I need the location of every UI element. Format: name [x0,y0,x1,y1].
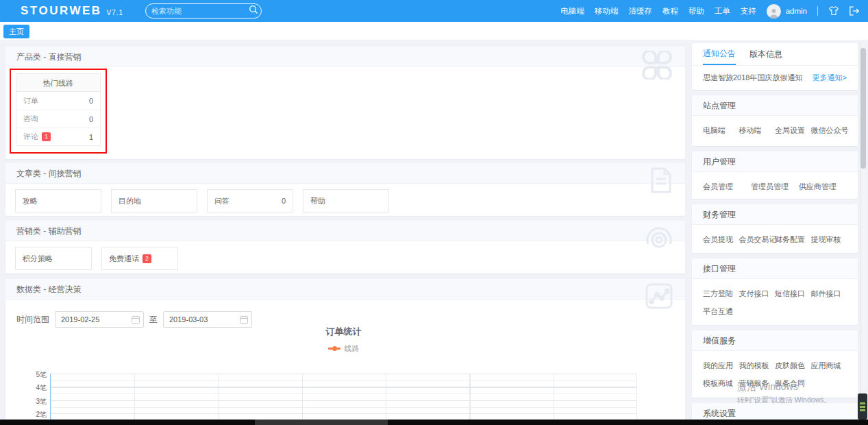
top-navigation: 电脑端 移动端 清缓存 教程 帮助 工单 支持 admin [560,4,868,19]
nav-support[interactable]: 支持 [741,6,756,16]
group-site-management: 站点管理 电脑端 移动端 全局设置 微信公众号 [692,95,858,146]
group-items: 我的应用 我的模板 皮肤颜色 应用商城 模板商城 营销服务 服务合同 [692,351,858,395]
group-title: 财务管理 [692,204,858,225]
group-title: 增值服务 [692,330,858,351]
link-admin-mgmt[interactable]: 管理员管理 [751,178,799,195]
tab-version-info[interactable]: 版本信息 [749,43,782,65]
item-help[interactable]: 帮助 [303,189,389,212]
group-title: 接口管理 [692,258,858,279]
app-logo: STOURWEB [21,4,102,18]
item-free-call[interactable]: 免费通话 2 [101,247,178,270]
nav-ticket[interactable]: 工单 [715,6,730,16]
link-pc[interactable]: 电脑端 [703,121,739,139]
hot-route-row-orders[interactable]: 订单 0 [16,92,100,110]
link-mobile[interactable]: 移动端 [739,121,776,139]
item-qa[interactable]: 问答 0 [207,189,293,212]
link-my-templates[interactable]: 我的模板 [739,356,776,374]
link-withdraw-review[interactable]: 提现审核 [811,230,847,248]
link-wechat-official[interactable]: 微信公众号 [811,121,847,139]
group-items: 电脑端 移动端 全局设置 微信公众号 [692,116,858,142]
target-radar-icon [645,225,673,255]
link-service-contract[interactable]: 服务合同 [775,374,811,392]
chart-plot-area [50,374,637,425]
clover-icon [641,51,673,82]
card-title: 营销类 - 辅助营销 [5,221,685,241]
nav-clear-cache[interactable]: 清缓存 [628,6,652,16]
search-input[interactable] [151,7,249,15]
card-article-indirect-marketing: 文章类 - 间接营销 攻略 目的地 问答 0 帮助 [5,163,685,216]
global-search[interactable] [145,3,262,19]
link-supplier-mgmt[interactable]: 供应商管理 [799,178,847,195]
link-marketing-services[interactable]: 营销服务 [739,374,776,392]
user-avatar[interactable] [767,4,781,19]
item-destinations[interactable]: 目的地 [111,189,197,212]
document-icon [649,167,673,196]
hot-route-row-inquiries[interactable]: 咨询 0 [16,110,100,127]
link-email-api[interactable]: 邮件接口 [811,284,847,302]
chart-title: 订单统计 [50,326,637,338]
notice-tabs: 通知公告 版本信息 [692,43,858,66]
link-global-settings[interactable]: 全局设置 [775,121,811,139]
group-items: 三方登陆 支付接口 短信接口 邮件接口 平台互通 [692,279,858,323]
link-template-store[interactable]: 模板商城 [703,374,739,392]
link-member-withdraw[interactable]: 会员提现 [703,230,739,248]
nav-pc[interactable]: 电脑端 [560,6,584,16]
date-to-label: 至 [149,314,158,326]
link-app-store[interactable]: 应用商城 [811,356,847,374]
calendar-icon[interactable] [132,315,140,326]
card-auxiliary-marketing: 营销类 - 辅助营销 积分策略 免费通话 2 [5,221,685,274]
logout-icon[interactable] [850,6,860,16]
notification-badge: 1 [42,132,51,141]
topbar: STOURWEB V7.1 电脑端 移动端 清缓存 教程 帮助 工单 支持 ad… [0,0,868,22]
tab-home[interactable]: 主页 [3,25,29,38]
link-finance-config[interactable]: 财务配置 [775,230,811,248]
tab-notices[interactable]: 通知公告 [703,43,736,65]
link-platform-interop[interactable]: 平台互通 [703,302,739,320]
search-icon[interactable] [249,5,258,17]
card-product-direct-marketing: 产品类 - 直接营销 热门线路 订单 0 咨询 0 [5,47,685,159]
link-payment-api[interactable]: 支付接口 [739,284,776,302]
notice-row: 思途智旅2018年国庆放假通知 更多通知> [692,66,858,89]
taskbar-edge [0,420,868,425]
link-my-apps[interactable]: 我的应用 [703,356,739,374]
link-member-mgmt[interactable]: 会员管理 [703,178,751,195]
group-items: 会员提现 会员交易记... 财务配置 提现审核 [692,225,858,251]
username[interactable]: admin [786,7,807,15]
y-tick: 3笔 [27,397,47,406]
group-title: 用户管理 [692,151,858,172]
tab-strip: 主页 [0,22,868,41]
nav-mobile[interactable]: 移动端 [595,6,619,16]
calendar-icon[interactable] [240,315,248,326]
link-skin-colors[interactable]: 皮肤颜色 [775,356,811,374]
y-tick: 4笔 [27,383,47,393]
notification-badge: 2 [142,254,151,263]
card-data-decision: 数据类 - 经营决策 时间范围 至 [5,279,685,425]
link-member-transactions[interactable]: 会员交易记... [739,230,776,248]
nav-tutorial[interactable]: 教程 [662,6,678,16]
nav-help[interactable]: 帮助 [689,6,704,16]
item-guides[interactable]: 攻略 [15,189,101,212]
link-sms-api[interactable]: 短信接口 [775,284,811,302]
chart-legend[interactable]: 线路 [50,343,637,354]
legend-label: 线路 [345,343,360,354]
group-items: 会员管理 管理员管理 供应商管理 [692,172,858,198]
group-title: 站点管理 [692,95,858,116]
card-title: 文章类 - 间接营销 [5,163,685,184]
notice-item[interactable]: 思途智旅2018年国庆放假通知 [703,73,802,83]
date-range-label: 时间范围 [16,314,49,326]
y-tick: 5笔 [27,370,47,380]
group-finance-management: 财务管理 会员提现 会员交易记... 财务配置 提现审核 [692,204,858,253]
hot-route-row-comments[interactable]: 评论 1 1 [16,127,100,145]
vertical-scrollbar-thumb[interactable] [860,48,866,169]
taskbar-edge-segment [255,420,388,425]
notice-card: 通知公告 版本信息 思途智旅2018年国庆放假通知 更多通知> [692,43,858,90]
page: STOURWEB V7.1 电脑端 移动端 清缓存 教程 帮助 工单 支持 ad… [0,0,868,425]
legend-line-marker [328,348,340,350]
link-third-party-login[interactable]: 三方登陆 [703,284,739,302]
theme-skin-icon[interactable] [828,6,839,16]
corner-widget [858,393,867,420]
highlight-red-box: 热门线路 订单 0 咨询 0 评论 1 1 [10,69,107,154]
group-user-management: 用户管理 会员管理 管理员管理 供应商管理 [692,151,858,199]
more-notices-link[interactable]: 更多通知> [813,73,847,83]
item-points-policy[interactable]: 积分策略 [15,247,92,270]
